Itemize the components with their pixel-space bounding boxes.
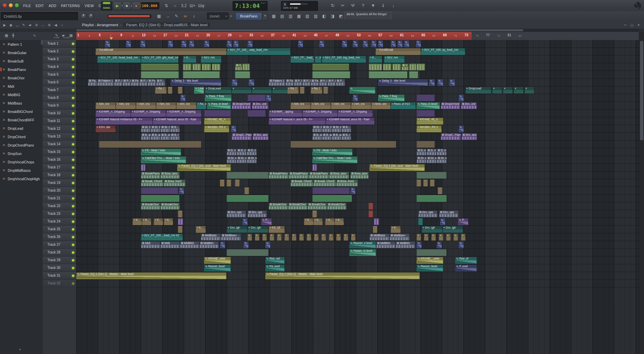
clip[interactable]: ∿: [378, 40, 383, 47]
clip[interactable]: » Atm..rcs: [136, 102, 156, 109]
mac-minimize-button[interactable]: [9, 3, 13, 7]
clip[interactable]: ⊞ P..1: [327, 79, 336, 86]
clip[interactable]: ∿ Ree..vel: [265, 257, 285, 264]
clip[interactable]: ⊞ Brea..iano: [160, 172, 180, 179]
clip[interactable]: »: [424, 234, 429, 241]
clip[interactable]: ⊞ D..n: [227, 149, 237, 156]
menu-item-edit[interactable]: EDIT: [33, 4, 46, 8]
picker-item[interactable]: ⊞BreakGuitar: [0, 48, 43, 57]
clip[interactable]: » KSHMR_A..Dripping: [337, 110, 373, 117]
track-led[interactable]: [72, 81, 74, 84]
clip[interactable]: ⊞ B...: [341, 125, 351, 132]
clip[interactable]: ⊞ Pa..1: [311, 79, 319, 86]
track-header[interactable]: Track 11: [43, 117, 76, 125]
pattern-grid-icon[interactable]: ▦: [69, 33, 73, 38]
save-icon[interactable]: ▼: [368, 3, 378, 8]
clip[interactable]: ⊞ Midi: [160, 241, 180, 248]
clip[interactable]: [227, 172, 269, 179]
clip[interactable]: × Dro..igh: [227, 226, 247, 233]
clip[interactable]: × Dro..igh: [442, 226, 463, 233]
clip[interactable]: » 91V_FF_100..ght_lead_Am: [141, 56, 178, 63]
track-header[interactable]: Track 10: [43, 110, 76, 117]
step-toggle[interactable]: STEP: [54, 37, 59, 39]
track-header[interactable]: Track 2: [43, 48, 76, 55]
clip[interactable]: » KSHMR_A..Dripping: [95, 110, 131, 117]
clip[interactable]: [290, 141, 396, 148]
picker-item[interactable]: ⊞BreakBIGChord: [0, 107, 43, 116]
track-led[interactable]: [72, 221, 74, 223]
timeline-ruler[interactable]: 1591317212529333741454953576165697377813…: [76, 32, 639, 40]
pencil-tool-icon[interactable]: ✎: [21, 23, 27, 27]
clip[interactable]: ∿: [189, 40, 194, 47]
clip[interactable]: » KSHMR Natural..ance 05 - Rain: [153, 118, 201, 125]
clip[interactable]: ⊞ MidiBas»: [221, 234, 241, 241]
clip[interactable]: ∿: [168, 40, 173, 47]
clip[interactable]: ⊞ D..n: [416, 149, 427, 156]
clip[interactable]: ∿: [397, 40, 403, 47]
clip[interactable]: [192, 64, 201, 71]
clip[interactable]: ∿ Delay 3 - Mix level: [170, 79, 222, 86]
clip[interactable]: » Atmo..erc: [371, 102, 391, 109]
picker-item[interactable]: ⊞BreakPiano: [0, 65, 43, 74]
track-led[interactable]: [72, 182, 74, 184]
track-led[interactable]: [72, 174, 74, 176]
clip[interactable]: »: [329, 234, 333, 241]
sync-icon[interactable]: ↻: [328, 3, 338, 8]
record-loop-icon[interactable]: ◉: [8, 23, 14, 27]
track-led[interactable]: [72, 275, 74, 277]
clip[interactable]: [178, 87, 183, 94]
grid-view-icon[interactable]: ▦: [5, 33, 8, 38]
clip[interactable]: [141, 187, 178, 194]
clip[interactable]: » K..: [334, 218, 344, 225]
render-icon[interactable]: ⇓: [378, 3, 388, 8]
clip[interactable]: » KSH..der: [95, 125, 116, 132]
clip[interactable]: [323, 87, 328, 94]
clip[interactable]: ⊞ Pa..1: [88, 79, 97, 86]
clip[interactable]: »: [446, 234, 451, 241]
draw-icon[interactable]: ✎: [172, 14, 181, 18]
shuffle-slider[interactable]: [108, 14, 151, 18]
clip[interactable]: » K5..19: [269, 226, 285, 233]
clip[interactable]: ⊞ BreakPiano: [289, 172, 309, 179]
clip[interactable]: ⊞ Break..Chord: [313, 180, 336, 187]
clip[interactable]: [247, 94, 266, 102]
precount-icon[interactable]: 3,2: [179, 3, 188, 8]
clip[interactable]: [409, 71, 418, 78]
clip[interactable]: ⊞ Pa..1: [285, 79, 294, 86]
clip[interactable]: »: [453, 234, 458, 241]
track-led[interactable]: [72, 267, 74, 269]
wait-input-icon[interactable]: Шφ: [197, 3, 206, 8]
picker-item[interactable]: ⊞BreakSuB: [0, 57, 43, 65]
clip[interactable]: ⊞ BreakChor: [327, 203, 347, 210]
track-led[interactable]: [72, 97, 74, 99]
clip[interactable]: ∿: [440, 218, 445, 225]
clip[interactable]: ⊞ MidiBass: [369, 234, 390, 241]
clip[interactable]: ⊞ Dr..s: [416, 156, 427, 163]
piano-icon[interactable]: ♪: [190, 14, 198, 18]
clip[interactable]: ⊞ B..ar: [160, 133, 170, 140]
track-led[interactable]: [72, 151, 74, 153]
picker-item[interactable]: ⊞DropChordPiano: [0, 141, 43, 149]
clip[interactable]: » KSHMR_A..Dripping: [166, 110, 201, 117]
clip[interactable]: »: [439, 234, 443, 241]
clip[interactable]: ⊞ B...: [170, 125, 180, 132]
tempo-tap-icon[interactable]: ◨: [328, 14, 337, 18]
clip[interactable]: » 91V_FF_100..ing_lead_Am: [322, 56, 366, 63]
clip[interactable]: ∿: [243, 241, 249, 248]
clip[interactable]: ⊞ P..1: [319, 79, 327, 86]
clip[interactable]: [438, 187, 442, 194]
clip[interactable]: ∿ FX - Mute / solo: [141, 149, 181, 156]
track-header[interactable]: Track 23: [43, 210, 76, 218]
track-header[interactable]: Track 15: [43, 148, 76, 156]
clip[interactable]: » KSHMR_A..Dripping: [302, 110, 337, 117]
picker-item[interactable]: ⊞DropMidBasss: [0, 166, 43, 174]
clip[interactable]: ⊞ D..n: [247, 149, 257, 156]
track-header[interactable]: Track 28: [43, 249, 76, 257]
clip[interactable]: ⊞ D..n: [437, 149, 447, 156]
clip[interactable]: ∿: [342, 40, 347, 47]
clip[interactable]: [392, 64, 401, 71]
clip[interactable]: ⊞ DropCHord: [232, 102, 251, 109]
project-filename[interactable]: CHAINS.flp: [1, 12, 78, 20]
clip[interactable]: » Atm..rcs: [116, 102, 136, 109]
clip[interactable]: [227, 195, 269, 202]
